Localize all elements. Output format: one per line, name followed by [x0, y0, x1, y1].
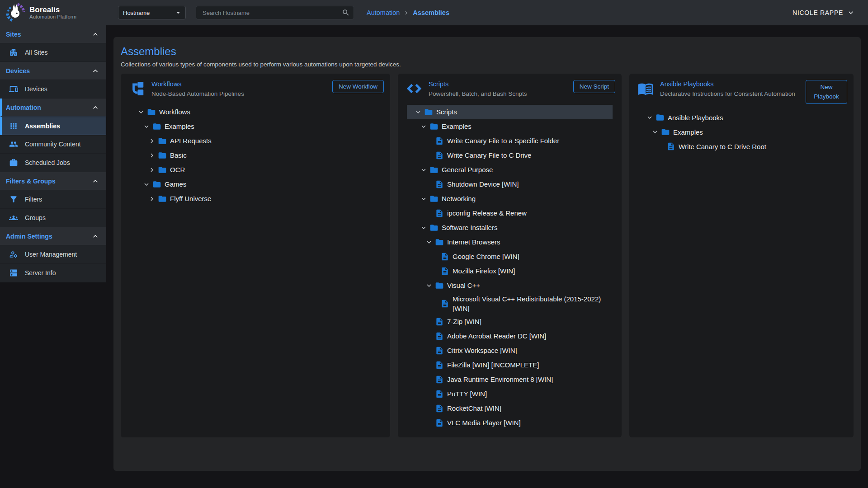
sidebar-item-filters[interactable]: Filters [0, 190, 106, 209]
caret-down-icon [174, 8, 183, 17]
card-titles: ScriptsPowershell, Batch, and Bash Scrip… [429, 80, 567, 99]
sidebar-section-devices[interactable]: Devices [0, 62, 106, 80]
tree-row-networking[interactable]: Networking [407, 192, 613, 206]
sidebar-item-server-info[interactable]: Server Info [0, 264, 106, 282]
new-script-button[interactable]: New Script [573, 80, 615, 93]
tree-row-putty-win[interactable]: PuTTY [WIN] [407, 387, 613, 401]
sidebar-item-label: Community Content [25, 141, 81, 148]
new-playbook-button[interactable]: New Playbook [806, 80, 847, 104]
tree-row-java-runtime-environment-8-win[interactable]: Java Runtime Environment 8 [WIN] [407, 372, 613, 387]
chevron-right-icon[interactable] [148, 166, 158, 174]
sidebar-section-label: Sites [6, 31, 91, 38]
chevron-right-icon[interactable] [148, 195, 158, 203]
tree-row-write-canary-to-c-drive-root[interactable]: Write Canary to C Drive Root [638, 139, 844, 154]
brand-text: Borealis Automation Platform [29, 5, 76, 20]
user-menu[interactable]: NICOLE RAPPE [793, 8, 868, 17]
tree-row-examples[interactable]: Examples [130, 119, 381, 134]
sidebar-section-filters-groups[interactable]: Filters & Groups [0, 172, 106, 190]
chevron-down-icon[interactable] [425, 282, 435, 290]
tree-row-games[interactable]: Games [130, 177, 381, 192]
tree-row-shutdown-device-win[interactable]: Shutdown Device [WIN] [407, 177, 613, 192]
tree-item-label: Examples [165, 120, 194, 132]
chevron-down-icon[interactable] [420, 224, 429, 232]
tree-row-basic[interactable]: Basic [130, 148, 381, 163]
tree-row-internet-browsers[interactable]: Internet Browsers [407, 235, 613, 249]
topbar: Borealis Automation Platform Hostname Au… [0, 0, 868, 25]
tree-item-label: Java Runtime Environment 8 [WIN] [447, 373, 553, 385]
chevron-down-icon[interactable] [420, 122, 429, 131]
hostname-select[interactable]: Hostname [118, 6, 186, 19]
tree-item-label: 7-Zip [WIN] [447, 315, 481, 328]
tree-row-visual-c[interactable]: Visual C++ [407, 278, 613, 293]
sidebar-item-assemblies[interactable]: Assemblies [0, 117, 106, 135]
file-icon [435, 418, 447, 427]
chevron-down-icon[interactable] [651, 128, 661, 136]
sidebar-item-label: Assemblies [25, 122, 60, 130]
breadcrumb: Automation Assemblies [367, 9, 449, 16]
chevron-down-icon[interactable] [414, 108, 424, 116]
tree-row-7-zip-win[interactable]: 7-Zip [WIN] [407, 314, 613, 329]
chevron-down-icon[interactable] [142, 180, 152, 188]
sidebar-item-devices[interactable]: Devices [0, 80, 106, 99]
tree-row-scripts[interactable]: Scripts [407, 105, 613, 119]
tree-row-mozilla-firefox-win[interactable]: Mozilla Firefox [WIN] [407, 264, 613, 278]
tree-row-adobe-acrobat-reader-dc-win[interactable]: Adobe Acrobat Reader DC [WIN] [407, 329, 613, 343]
filter-icon [9, 195, 18, 204]
chevron-down-icon[interactable] [646, 113, 656, 122]
sidebar-section-sites[interactable]: Sites [0, 25, 106, 43]
tree-row-rocketchat-win[interactable]: RocketChat [WIN] [407, 401, 613, 416]
tree-row-google-chrome-win[interactable]: Google Chrome [WIN] [407, 249, 613, 264]
sidebar-section-admin-settings[interactable]: Admin Settings [0, 227, 106, 245]
tree-row-ocr[interactable]: OCR [130, 163, 381, 177]
tree-row-workflows[interactable]: Workflows [130, 105, 381, 119]
tree-row-examples[interactable]: Examples [638, 125, 844, 139]
new-workflow-button[interactable]: New Workflow [332, 80, 384, 93]
folder-icon [435, 238, 447, 247]
sidebar-item-community-content[interactable]: Community Content [0, 135, 106, 154]
file-icon [666, 142, 679, 151]
tree-row-write-canary-file-to-a-specific-folder[interactable]: Write Canary File to a Specific Folder [407, 134, 613, 148]
sidebar-section-automation[interactable]: Automation [0, 99, 106, 117]
chevron-right-icon[interactable] [148, 151, 158, 160]
tree-row-api-requests[interactable]: API Requests [130, 134, 381, 148]
tree-row-general-purpose[interactable]: General Purpose [407, 163, 613, 177]
tree-row-citrix-workspace-win[interactable]: Citrix Workspace [WIN] [407, 343, 613, 358]
sidebar-item-label: Devices [25, 85, 47, 93]
folder-icon [429, 223, 442, 232]
sidebar-item-user-management[interactable]: User Management [0, 245, 106, 264]
breadcrumb-automation[interactable]: Automation [367, 9, 400, 16]
chevron-down-icon [846, 8, 855, 17]
chevron-down-icon[interactable] [137, 108, 147, 116]
breadcrumb-assemblies[interactable]: Assemblies [413, 9, 449, 16]
tree-item-label: Mozilla Firefox [WIN] [453, 265, 515, 277]
tree-row-ansible-playbooks[interactable]: Ansible Playbooks [638, 110, 844, 125]
sidebar-item-scheduled-jobs[interactable]: Scheduled Jobs [0, 154, 106, 172]
tree-row-ipconfig-release-renew[interactable]: ipconfig Release & Renew [407, 206, 613, 221]
tree-item-label: Examples [442, 120, 472, 132]
tree-item-label: Adobe Acrobat Reader DC [WIN] [447, 330, 546, 342]
tree-item-label: Write Canary File to C Drive [447, 149, 531, 161]
chevron-up-icon [91, 30, 100, 39]
tree-row-write-canary-file-to-c-drive[interactable]: Write Canary File to C Drive [407, 148, 613, 163]
card-header: WorkflowsNode-Based Automation Pipelines… [121, 74, 390, 99]
tree-row-vlc-media-player-win[interactable]: VLC Media Player [WIN] [407, 416, 613, 430]
tree-item-label: Write Canary File to a Specific Folder [447, 135, 559, 147]
chevron-down-icon[interactable] [420, 195, 429, 203]
file-icon [440, 267, 453, 276]
chevron-down-icon[interactable] [425, 238, 435, 246]
tree-row-software-installers[interactable]: Software Installers [407, 221, 613, 235]
tree-row-examples[interactable]: Examples [407, 119, 613, 134]
workflow-icon [129, 80, 145, 97]
chevron-right-icon[interactable] [148, 137, 158, 145]
sidebar-item-groups[interactable]: Groups [0, 209, 106, 227]
search-input[interactable] [202, 9, 342, 17]
folder-icon [429, 122, 442, 131]
page-description: Collections of various types of componen… [121, 61, 854, 68]
sidebar-item-all-sites[interactable]: All Sites [0, 43, 106, 62]
tree-row-microsoft-visual-c-redistributable-2015-2022-win[interactable]: Microsoft Visual C++ Redistributable (20… [407, 293, 613, 314]
card-titles: WorkflowsNode-Based Automation Pipelines [151, 80, 326, 99]
tree-row-flyff-universe[interactable]: Flyff Universe [130, 192, 381, 206]
chevron-down-icon[interactable] [142, 122, 152, 131]
tree-row-filezilla-win-incomplete[interactable]: FileZilla [WIN] [INCOMPLETE] [407, 358, 613, 372]
chevron-down-icon[interactable] [420, 166, 429, 174]
